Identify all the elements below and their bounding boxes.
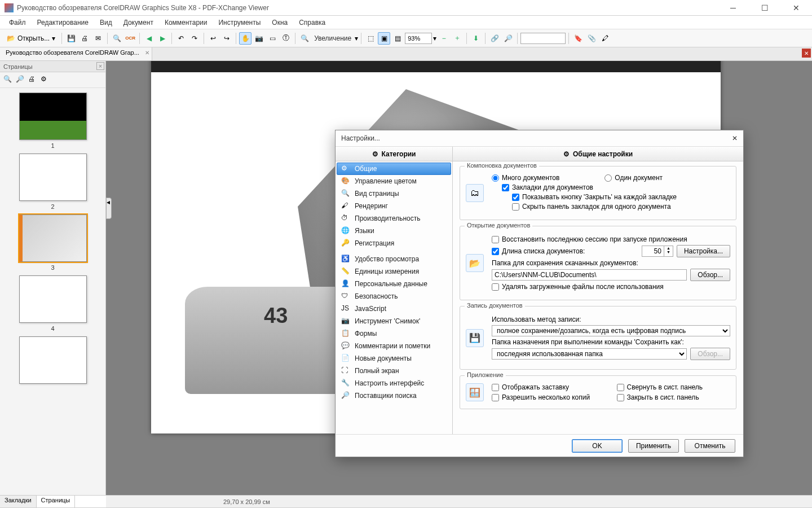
apply-button[interactable]: Применить [628,439,679,453]
checkbox-multi-copies[interactable]: Разрешить несколько копий [492,393,606,401]
checkbox-splash[interactable]: Отображать заставку [492,383,606,391]
select-tool-button[interactable]: ▭ [266,32,279,45]
checkbox-minimize-tray[interactable]: Свернуть в сист. панель [617,383,731,391]
category-registration[interactable]: 🔑Регистрация [337,237,451,249]
zoom-out-button[interactable]: − [438,32,450,45]
highlight-tool-button[interactable]: 🖍 [599,32,611,45]
checkbox-delete-after-use[interactable]: Удалять загруженные файлы после использо… [492,283,664,291]
list-length-input[interactable] [642,246,664,257]
email-button[interactable]: ✉ [92,32,104,45]
fit-width-button[interactable]: ▤ [391,32,404,45]
category-performance[interactable]: ⏱Производительность [337,212,451,225]
hand-tool-button[interactable]: ✋ [239,32,251,45]
nav-back-button[interactable]: ◀ [143,32,155,45]
loupe-button[interactable]: 🔍 [298,32,311,45]
menu-file[interactable]: Файл [5,17,30,28]
undo-button[interactable]: ↩ [207,32,219,45]
quick-find-input[interactable] [520,33,566,44]
document-tab[interactable]: Руководство обозревателя CorelDRAW Grap.… [0,47,152,60]
snapshot-tool-button[interactable]: 📷 [253,32,265,45]
zoom-out-thumb-icon[interactable]: 🔎 [16,75,26,85]
category-languages[interactable]: 🌐Языки [337,225,451,237]
checkbox-restore-session[interactable]: Восстановить последнюю сессию при запуск… [492,235,687,243]
checkbox-doc-tabs[interactable]: Закладки для документов [502,183,593,191]
close-panel-icon[interactable]: × [96,62,104,70]
attach-tool-button[interactable]: 📎 [585,32,598,45]
category-javascript[interactable]: JSJavaScript [337,303,451,315]
stamp-tool-button[interactable]: 🔖 [572,32,584,45]
checkbox-hide-single-tab[interactable]: Скрыть панель закладок для одного докуме… [512,203,671,211]
category-page-view[interactable]: 🔍Вид страницы [337,187,451,200]
tab-pages[interactable]: Страницы [37,496,76,507]
checkbox-list-length[interactable]: Длина списка документов: [492,247,585,255]
menu-help[interactable]: Справка [294,17,330,28]
menu-document[interactable]: Документ [119,17,158,28]
radio-single-doc[interactable]: Один документ [604,174,663,182]
rotate-ccw-button[interactable]: ↶ [175,32,187,45]
category-fullscreen[interactable]: ⛶Полный экран [337,365,451,377]
save-button[interactable]: 💾 [65,32,77,45]
nav-forward-button[interactable]: ▶ [156,32,169,45]
category-new-docs[interactable]: 📄Новые документы [337,352,451,365]
save-method-select[interactable]: полное сохранение/дозапись, когда есть ц… [492,325,730,336]
saveas-folder-select[interactable]: последняя использованная папка [492,348,687,360]
ocr-button[interactable]: OCR [124,32,136,45]
category-color-management[interactable]: 🎨Управление цветом [337,175,451,187]
search-web-button[interactable]: 🔎 [502,32,514,45]
close-tab-icon[interactable]: ✕ [145,50,149,56]
redo-button[interactable]: ↪ [220,32,233,45]
find-button[interactable]: 🔍 [111,32,123,45]
zoom-in-button[interactable]: ＋ [451,32,464,45]
radio-multi-docs[interactable]: Много документов [492,174,559,182]
fit-page-button[interactable]: ▣ [378,32,390,45]
menu-edit[interactable]: Редактирование [33,17,93,28]
checkbox-close-tray[interactable]: Закрыть в сист. панель [617,393,731,401]
category-comments[interactable]: 💬Комментарии и пометки [337,340,451,352]
export-button[interactable]: ⬇ [470,32,482,45]
zoom-in-thumb-icon[interactable]: 🔍 [3,75,14,85]
link-tool-button[interactable]: 🔗 [488,32,501,45]
zoom-input[interactable] [405,33,432,44]
browse-download-button[interactable]: Обзор... [690,269,730,281]
text-select-button[interactable]: Ⓣ [280,32,292,45]
minimize-button[interactable]: ─ [722,3,744,12]
category-forms[interactable]: 📋Формы [337,327,451,340]
category-customize-ui[interactable]: 🔧Настроить интерфейс [337,377,451,389]
category-personal[interactable]: 👤Персональные данные [337,278,451,290]
tab-bookmarks[interactable]: Закладки [0,496,37,507]
actual-size-button[interactable]: ⬚ [364,32,377,45]
ok-button[interactable]: OK [572,439,623,453]
rotate-cw-button[interactable]: ↷ [188,32,201,45]
category-search-providers[interactable]: 🔎Поставщики поиска [337,389,451,402]
checkbox-show-close[interactable]: Показывать кнопку 'Закрыть' на каждой за… [512,193,677,201]
menu-view[interactable]: Вид [95,17,117,28]
category-security[interactable]: 🛡Безопасность [337,290,451,303]
category-general[interactable]: ⚙Общие [337,163,451,175]
configure-button[interactable]: Настройка... [677,245,730,257]
print-thumb-icon[interactable]: 🖨 [28,75,38,85]
dialog-close-button[interactable]: ✕ [730,133,740,143]
thumbnail-page[interactable]: 1 [19,93,87,149]
category-units[interactable]: 📏Единицы измерения [337,265,451,278]
category-rendering[interactable]: 🖌Рендеринг [337,200,451,212]
chevron-down-icon[interactable]: ▾ [355,34,358,42]
menu-windows[interactable]: Окна [267,17,292,28]
maximize-button[interactable]: ☐ [753,3,776,12]
chevron-down-icon[interactable]: ▾ [433,34,436,42]
thumbnail-page[interactable]: 2 [19,154,87,210]
category-snapshot[interactable]: 📷Инструмент 'Снимок' [337,315,451,327]
cancel-button[interactable]: Отменить [685,439,735,453]
close-button[interactable]: ✕ [785,3,807,12]
thumbnail-page[interactable]: 3 [19,214,87,271]
close-all-tabs-button[interactable]: ✕ [802,49,811,58]
list-length-spinner[interactable]: ▲▼ [642,246,673,257]
menu-comments[interactable]: Комментарии [160,17,212,28]
thumbnail-page[interactable]: 4 [19,275,87,332]
options-thumb-icon[interactable]: ⚙ [41,75,51,85]
category-accessibility[interactable]: ♿Удобство просмотра [337,253,451,265]
panel-splitter[interactable]: ◂ [106,198,112,219]
thumbnail-page[interactable] [19,336,87,384]
download-folder-input[interactable] [492,269,687,281]
menu-tools[interactable]: Инструменты [214,17,265,28]
print-button[interactable]: 🖨 [78,32,91,45]
